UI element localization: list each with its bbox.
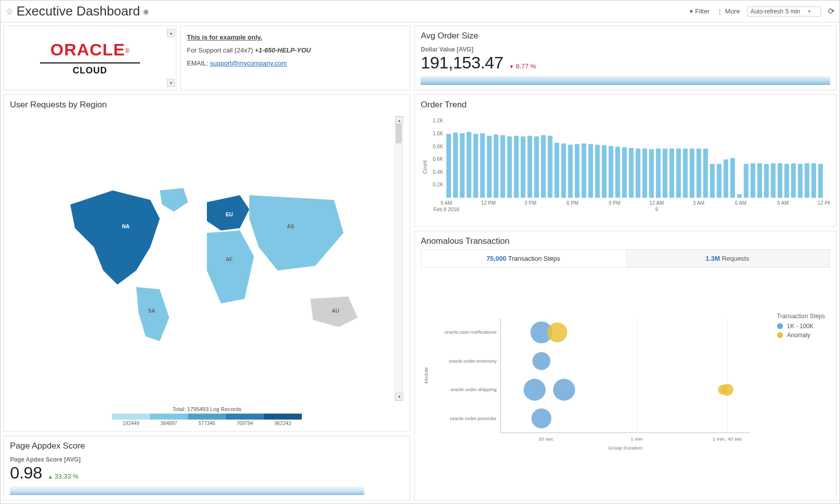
map-scrollbar[interactable]: ▴ ▾ — [395, 116, 403, 401]
svg-rect-43 — [690, 148, 694, 198]
svg-rect-41 — [676, 148, 681, 198]
svg-rect-20 — [534, 136, 539, 198]
svg-text:1 min, 40 sec: 1 min, 40 sec — [713, 436, 742, 442]
avg-order-title: Avg Order Size — [421, 31, 830, 41]
svg-rect-27 — [582, 143, 586, 198]
svg-text:3 AM: 3 AM — [693, 200, 705, 206]
chevron-down-icon: ▾ — [808, 8, 811, 14]
region-label-na: NA — [122, 223, 129, 229]
svg-text:12 PM: 12 PM — [818, 200, 830, 206]
svg-text:oracle.order.inventory: oracle.order.inventory — [449, 358, 497, 364]
globe-icon[interactable]: ◉ — [143, 7, 149, 15]
map-legend-bar — [112, 414, 302, 420]
svg-rect-47 — [717, 164, 721, 198]
brand-sub-text: CLOUD — [40, 65, 140, 76]
tab-transaction-steps[interactable]: 75,000 Transaction Steps — [421, 250, 626, 267]
info-line3-prefix: EMAIL: — [187, 59, 210, 67]
svg-rect-37 — [649, 149, 654, 198]
svg-text:0.4K: 0.4K — [433, 169, 443, 175]
refresh-icon[interactable]: ⟳ — [828, 6, 835, 16]
svg-rect-45 — [703, 148, 708, 198]
svg-rect-34 — [629, 148, 633, 198]
region-label-au: AU — [332, 308, 339, 314]
tab2-label: Requests — [722, 255, 750, 262]
svg-rect-21 — [541, 135, 546, 198]
brand-logo-text: ORACLE — [50, 40, 125, 59]
appdex-title: Page Appdex Score — [10, 441, 404, 451]
info-line1: This is for example only. — [187, 33, 262, 41]
region-label-as: AS — [287, 223, 294, 229]
svg-rect-17 — [514, 136, 518, 198]
svg-text:0.2K: 0.2K — [433, 182, 443, 187]
map-title: User Requests by Region — [10, 100, 404, 110]
filter-label: Filter — [695, 7, 710, 15]
svg-point-94 — [722, 384, 734, 396]
svg-rect-12 — [480, 133, 485, 198]
svg-rect-55 — [771, 163, 776, 198]
svg-text:1.0K: 1.0K — [433, 131, 443, 136]
support-phone: +1-650-HELP-YOU — [255, 46, 311, 54]
svg-rect-14 — [494, 134, 498, 198]
svg-rect-46 — [710, 164, 715, 198]
bubble-legend-title: Transaction Steps — [777, 313, 825, 320]
svg-rect-7 — [446, 134, 451, 198]
appdex-sub: Page Apdex Score [AVG] — [10, 456, 404, 463]
avg-order-card: Avg Order Size Dollar Value [AVG] 191,15… — [414, 25, 837, 90]
svg-rect-42 — [683, 148, 688, 198]
svg-rect-9 — [460, 133, 464, 198]
tab-requests[interactable]: 1.3M Requests — [626, 250, 830, 267]
svg-rect-38 — [656, 148, 661, 198]
tab2-count: 1.3M — [706, 255, 720, 262]
bubble-legend: Transaction Steps 1K - 100K Anomaly — [777, 313, 825, 341]
svg-text:Feb 8 2018: Feb 8 2018 — [433, 207, 459, 212]
svg-rect-23 — [555, 143, 559, 198]
favorite-star-icon[interactable]: ☆ — [5, 6, 13, 17]
order-trend-card: Order Trend 0.2K0.4K0.6K0.8K1.0K1.2KCoun… — [414, 94, 837, 227]
autorefresh-prefix: Auto-refresh — [751, 8, 784, 15]
world-map[interactable]: NA EU AS AF SA AU — [32, 176, 382, 341]
svg-rect-58 — [791, 163, 796, 198]
svg-text:oracle.order.preorder: oracle.order.preorder — [450, 416, 497, 421]
tab1-label: Transaction Steps — [508, 255, 560, 262]
svg-point-89 — [524, 379, 546, 401]
legend-dot-normal — [777, 323, 783, 329]
map-legend-ticks: 192449384897577346769794962243 — [112, 421, 302, 426]
svg-text:1.2K: 1.2K — [433, 118, 443, 123]
filter-button[interactable]: ▾ Filter — [690, 7, 710, 15]
appdex-card: Page Appdex Score Page Apdex Score [AVG]… — [3, 436, 410, 501]
avg-order-sub: Dollar Value [AVG] — [421, 46, 830, 53]
logo-scrollbar[interactable]: ▴ ▾ — [167, 29, 175, 87]
svg-text:12 PM: 12 PM — [481, 200, 496, 206]
svg-rect-59 — [798, 164, 803, 198]
svg-rect-18 — [521, 136, 525, 198]
svg-point-90 — [553, 379, 575, 401]
bubble-chart[interactable]: oracle.user.notificationsoracle.order.in… — [421, 273, 760, 493]
svg-rect-50 — [737, 194, 742, 198]
svg-rect-30 — [602, 145, 606, 198]
svg-rect-60 — [805, 163, 809, 198]
order-trend-chart[interactable]: 0.2K0.4K0.6K0.8K1.0K1.2KCount9 AMFeb 8 2… — [421, 113, 830, 221]
svg-rect-31 — [609, 146, 613, 198]
svg-text:3 PM: 3 PM — [525, 200, 537, 206]
scroll-down-icon[interactable]: ▾ — [167, 79, 175, 87]
svg-rect-13 — [487, 136, 491, 198]
support-email-link[interactable]: support@mycompany.com — [210, 59, 287, 67]
svg-text:1 min: 1 min — [631, 436, 643, 442]
registered-mark: ® — [125, 47, 129, 54]
scroll-up-icon[interactable]: ▴ — [167, 29, 175, 37]
svg-text:9: 9 — [655, 207, 658, 212]
svg-rect-51 — [744, 164, 748, 198]
svg-rect-11 — [473, 134, 478, 198]
svg-rect-10 — [467, 132, 471, 198]
info-line2-prefix: For Support call (24x7) — [187, 46, 255, 54]
avg-order-value: 191,153.47 — [421, 53, 503, 72]
svg-rect-25 — [568, 145, 573, 198]
scroll-down-icon[interactable]: ▾ — [395, 393, 403, 401]
map-card: User Requests by Region — [3, 94, 410, 432]
svg-rect-44 — [697, 148, 701, 198]
more-button[interactable]: ⋮ More — [717, 7, 740, 15]
autorefresh-select[interactable]: Auto-refresh 5 min ▾ — [747, 6, 821, 16]
legend-label-anomaly: Anomaly — [787, 332, 811, 339]
svg-text:6 PM: 6 PM — [567, 200, 579, 206]
svg-text:9 AM: 9 AM — [777, 200, 789, 206]
